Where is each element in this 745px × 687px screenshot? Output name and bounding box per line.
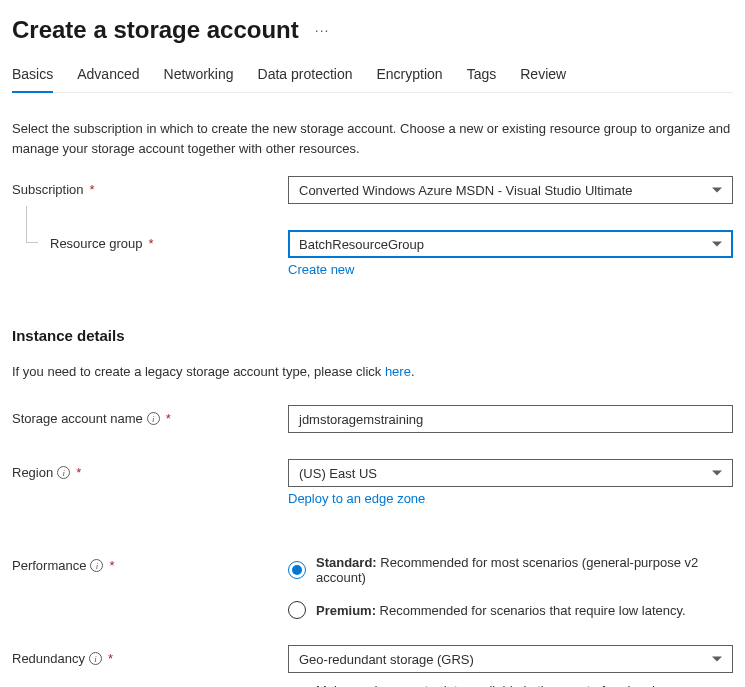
subscription-select[interactable]: Converted Windows Azure MSDN - Visual St… (288, 176, 733, 204)
subscription-label: Subscription* (12, 176, 288, 197)
tab-networking[interactable]: Networking (164, 66, 234, 92)
radio-icon (288, 561, 306, 579)
storage-account-name-label: Storage account name i * (12, 405, 288, 426)
legacy-here-link[interactable]: here (385, 364, 411, 379)
page-title: Create a storage account (12, 16, 299, 44)
resource-group-select[interactable]: BatchResourceGroup (288, 230, 733, 258)
performance-standard-radio[interactable]: Standard: Recommended for most scenarios… (288, 555, 733, 585)
redundancy-label: Redundancy i * (12, 645, 288, 666)
performance-label: Performance i * (12, 552, 288, 573)
redundancy-select[interactable]: Geo-redundant storage (GRS) (288, 645, 733, 673)
section-heading-instance-details: Instance details (12, 327, 733, 344)
tab-data-protection[interactable]: Data protection (258, 66, 353, 92)
region-label: Region i * (12, 459, 288, 480)
info-icon[interactable]: i (90, 559, 103, 572)
info-icon[interactable]: i (57, 466, 70, 479)
tab-advanced[interactable]: Advanced (77, 66, 139, 92)
tab-review[interactable]: Review (520, 66, 566, 92)
tab-tags[interactable]: Tags (467, 66, 497, 92)
more-menu-button[interactable]: ··· (311, 20, 334, 40)
resource-group-label: Resource group* (12, 230, 288, 251)
storage-account-name-input[interactable]: jdmstoragemstraining (288, 405, 733, 433)
legacy-text: If you need to create a legacy storage a… (12, 364, 733, 379)
tab-basics[interactable]: Basics (12, 66, 53, 92)
performance-premium-radio[interactable]: Premium: Recommended for scenarios that … (288, 601, 733, 619)
intro-text: Select the subscription in which to crea… (12, 119, 733, 158)
read-access-checkbox[interactable]: Make read access to data available in th… (288, 683, 733, 687)
tab-bar: Basics Advanced Networking Data protecti… (12, 66, 733, 93)
region-select[interactable]: (US) East US (288, 459, 733, 487)
radio-icon (288, 601, 306, 619)
create-new-resource-group-link[interactable]: Create new (288, 262, 354, 277)
radio-label: Premium: Recommended for scenarios that … (316, 603, 686, 618)
tab-encryption[interactable]: Encryption (377, 66, 443, 92)
checkbox-label: Make read access to data available in th… (316, 683, 733, 687)
performance-radio-group: Standard: Recommended for most scenarios… (288, 552, 733, 619)
info-icon[interactable]: i (89, 652, 102, 665)
radio-label: Standard: Recommended for most scenarios… (316, 555, 733, 585)
deploy-edge-zone-link[interactable]: Deploy to an edge zone (288, 491, 425, 506)
info-icon[interactable]: i (147, 412, 160, 425)
